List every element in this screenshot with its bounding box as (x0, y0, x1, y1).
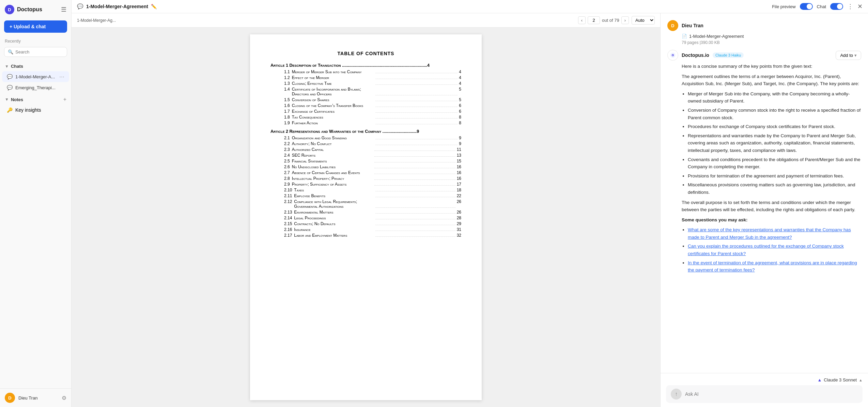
chats-chevron-icon: ▼ (5, 64, 9, 69)
next-page-button[interactable]: › (621, 16, 629, 24)
sidebar-logo: D Doctopus ☰ (0, 0, 71, 18)
chats-section-header[interactable]: ▼ Chats (0, 62, 71, 71)
sidebar-menu-button[interactable]: ☰ (61, 6, 66, 13)
prev-page-button[interactable]: ‹ (578, 16, 586, 24)
upload-chat-button[interactable]: + Upload & chat (4, 20, 67, 33)
toc-item-2-12: 2.12Compliance with Legal Requirements; … (270, 199, 461, 209)
bullet-3: Representations and warranties made by t… (688, 132, 861, 154)
toc-item-1-2: 1.2Effect of the Merger4 (270, 75, 461, 80)
topbar-more-button[interactable]: ⋮ (847, 3, 853, 10)
document-meta: 79 pages |390.00 KB (682, 40, 861, 45)
chat-toggle-label: Chat (817, 4, 826, 9)
user-name-chat: Dieu Tran (682, 23, 703, 28)
toc-item-2-14: 2.14Legal Proceedings28 (270, 215, 461, 221)
document-title: 1-Model-Merger-Agreement (86, 4, 148, 9)
app-name: Doctopus (17, 6, 42, 13)
suggested-q-0[interactable]: What are some of the key representations… (688, 226, 861, 241)
send-button[interactable]: ↑ (671, 389, 682, 400)
edit-icon[interactable]: ✏️ (151, 4, 157, 9)
bullet-4: Covenants and conditions precedent to th… (688, 156, 861, 171)
content-area: 1-Model-Merger-Ag... ‹ out of 79 › Auto … (72, 13, 868, 407)
chat-messages: D Dieu Tran 📄 1-Model-Merger-Agreement 7… (661, 13, 868, 373)
model-selector[interactable]: ▲ Claude 3 Sonnet ▲ (817, 377, 863, 382)
toc-item-1-7: 1.7Exchange of Certificates6 (270, 108, 461, 114)
sidebar-footer: D Dieu Tran ⚙ (0, 388, 71, 407)
sidebar-item-key-insights[interactable]: 🔑 Key insights (2, 105, 69, 115)
user-avatar-chat: D (667, 20, 678, 31)
main-area: 💬 1-Model-Merger-Agreement ✏️ File previ… (72, 0, 868, 407)
chat-icon2: 💬 (7, 85, 13, 90)
user-message-header: D Dieu Tran (667, 20, 861, 31)
toc-item-1-1: 1.1Merger of Merger Sub into the Company… (270, 69, 461, 75)
suggested-q-1[interactable]: Can you explain the procedures outlined … (688, 242, 861, 257)
toc-article-1-title: Article 1 Description of Transaction ...… (270, 63, 461, 68)
chats-label: Chats (11, 64, 23, 69)
sidebar-item-chat1[interactable]: 💬 1-Model-Merger-A... ⋯ (2, 71, 69, 82)
settings-button[interactable]: ⚙ (62, 395, 66, 401)
pdf-content: TABLE OF CONTENTS Article 1 Description … (72, 28, 660, 407)
model-selector-label: Claude 3 Sonnet (824, 377, 857, 382)
chat-footer: ▲ Claude 3 Sonnet ▲ ↑ (661, 373, 868, 407)
toc-item-2-16: 2.16Insurance31 (270, 226, 461, 232)
zoom-select[interactable]: Auto 50% 75% 100% 125% 150% (632, 16, 655, 25)
recently-label: Recently (0, 35, 71, 45)
search-container: 🔍 (4, 47, 67, 57)
ai-name: Doctopus.io (682, 52, 709, 58)
suggested-q-2[interactable]: In the event of termination of the agree… (688, 259, 861, 274)
bullet-0: Merger of Merger Sub into the Company, w… (688, 90, 861, 105)
add-note-button[interactable]: + (63, 96, 66, 103)
notes-section-header[interactable]: ▼ Notes + (0, 94, 71, 105)
toc-item-2-13: 2.13Environmental Matters26 (270, 209, 461, 215)
doc-ref-name: 1-Model-Merger-Agreement (689, 34, 744, 39)
toc-item-2-9: 2.9Property; Sufficiency of Assets17 (270, 181, 461, 187)
chat-input[interactable] (685, 391, 858, 397)
model-badge: Claude 3 Haiku (713, 52, 744, 58)
page-total: out of 79 (602, 18, 619, 23)
notes-section: ▼ Notes + 🔑 Key insights (0, 93, 71, 115)
toc-item-2-7: 2.7Absence of Certain Changes and Events… (270, 170, 461, 175)
summary-para: The agreement outlines the terms of a me… (682, 73, 861, 88)
app-logo-icon: D (5, 5, 14, 14)
search-input[interactable] (15, 49, 63, 54)
notes-label: Notes (11, 97, 23, 102)
toc-article-2: Article 2 Representations and Warranties… (270, 129, 461, 238)
file-preview-toggle[interactable] (800, 3, 813, 10)
svg-point-1 (672, 55, 673, 56)
chat-icon: 💬 (7, 74, 13, 79)
topbar: 💬 1-Model-Merger-Agreement ✏️ File previ… (72, 0, 868, 13)
pdf-viewer: 1-Model-Merger-Ag... ‹ out of 79 › Auto … (72, 13, 660, 407)
toc-item-2-1: 2.1Organization and Good Standing9 (270, 135, 461, 141)
add-to-button[interactable]: Add to ▾ (836, 51, 861, 60)
chat2-label: Emerging_Therapi... (15, 85, 64, 90)
search-icon: 🔍 (8, 49, 13, 54)
model-selector-icon: ▲ (817, 377, 822, 382)
toc-item-2-10: 2.10Taxes18 (270, 187, 461, 193)
ai-message-header: Doctopus.io Claude 3 Haiku Add to ▾ (667, 50, 861, 61)
overall-purpose: The overall purpose is to set forth the … (682, 199, 861, 214)
toc-item-1-3: 1.3Closing; Effective Time4 (270, 80, 461, 86)
toc-title: TABLE OF CONTENTS (270, 51, 461, 56)
toc-item-2-6: 2.6No Undisclosed Liabilities16 (270, 164, 461, 170)
toc-item-2-3: 2.3Authorized Capital11 (270, 146, 461, 152)
chat-input-area: ↑ (666, 385, 863, 403)
page-input[interactable] (588, 16, 600, 24)
model-selector-row: ▲ Claude 3 Sonnet ▲ (666, 377, 863, 382)
notes-chevron-icon: ▼ (5, 97, 9, 102)
toc-item-2-4: 2.4SEC Reports13 (270, 152, 461, 158)
file-preview-label: File preview (772, 4, 795, 9)
toc-item-2-5: 2.5Financial Statements15 (270, 158, 461, 164)
close-button[interactable]: ✕ (857, 3, 863, 10)
chats-section: ▼ Chats 💬 1-Model-Merger-A... ⋯ 💬 Emergi… (0, 59, 71, 93)
sidebar-item-chat2[interactable]: 💬 Emerging_Therapi... (2, 82, 69, 93)
summary-intro: Here is a concise summary of the key poi… (682, 63, 861, 70)
chat-toggle[interactable] (830, 3, 843, 10)
ai-avatar (667, 50, 678, 61)
chat1-more-button[interactable]: ⋯ (59, 74, 64, 80)
suggested-questions-list: What are some of the key representations… (682, 226, 861, 274)
user-avatar: D (5, 393, 15, 403)
toc-item-2-8: 2.8Intellectual Property; Privacy16 (270, 175, 461, 181)
toc-item-2-17: 2.17Labor and Employment Matters32 (270, 232, 461, 238)
chat1-label: 1-Model-Merger-A... (15, 74, 57, 79)
bullet-2: Procedures for exchange of Company stock… (688, 123, 861, 130)
bullet-6: Miscellaneous provisions covering matter… (688, 181, 861, 196)
